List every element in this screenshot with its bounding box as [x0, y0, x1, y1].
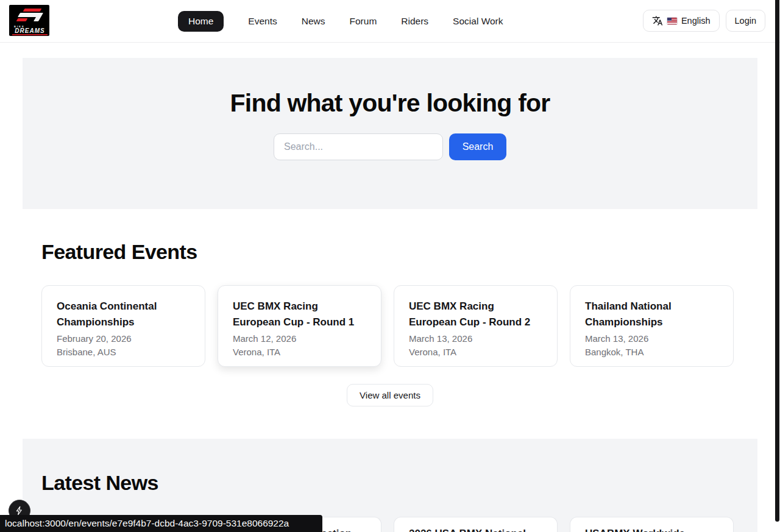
event-location: Verona, ITA: [233, 346, 366, 359]
site-logo[interactable]: BIKE DREAMS: [9, 5, 49, 36]
event-location: Brisbane, AUS: [57, 346, 190, 359]
featured-events-title: Featured Events: [41, 240, 197, 264]
view-all-events-button[interactable]: View all events: [347, 384, 433, 406]
nav-item-social-work[interactable]: Social Work: [453, 16, 503, 27]
event-card[interactable]: UEC BMX Racing European Cup - Round 1 Ma…: [218, 285, 381, 367]
event-location: Bangkok, THA: [585, 346, 718, 359]
event-date: March 12, 2026: [233, 332, 366, 346]
event-title: Oceania Continental Championships: [57, 299, 190, 330]
event-date: February 20, 2026: [57, 332, 190, 346]
nav-item-riders[interactable]: Riders: [401, 16, 428, 27]
translate-icon: [652, 15, 663, 26]
lightning-bolt-icon: [15, 506, 24, 516]
news-card-title: USABMX Worldwide Update: [585, 527, 718, 532]
scrollbar-thumb[interactable]: [775, 0, 779, 522]
event-card[interactable]: Oceania Continental Championships Februa…: [41, 285, 205, 367]
search-input[interactable]: [274, 133, 443, 160]
nav-item-news[interactable]: News: [302, 16, 325, 27]
main-nav: Home Events News Forum Riders Social Wor…: [178, 10, 503, 33]
featured-events-grid: Oceania Continental Championships Februa…: [41, 285, 734, 367]
event-title: Thailand National Championships: [585, 299, 718, 330]
news-card[interactable]: 2026 USA BMX National Series: [394, 517, 558, 532]
search-button[interactable]: Search: [449, 133, 506, 160]
logo-brand-text: DREAMS: [12, 27, 48, 35]
view-all-wrap: View all events: [0, 384, 780, 406]
nav-item-home[interactable]: Home: [178, 11, 224, 32]
event-date: March 13, 2026: [409, 332, 542, 346]
event-date: March 13, 2026: [585, 332, 718, 346]
language-label: English: [681, 16, 711, 26]
news-card[interactable]: USABMX Worldwide Update: [570, 517, 734, 532]
login-button[interactable]: Login: [726, 10, 765, 32]
event-card[interactable]: UEC BMX Racing European Cup - Round 2 Ma…: [394, 285, 558, 367]
logo-emblem-icon: [9, 5, 49, 24]
header: BIKE DREAMS Home Events News Forum Rider…: [0, 0, 780, 43]
header-actions: English Login: [643, 10, 765, 32]
link-preview-status-bar: localhost:3000/en/events/e7e9f4b7-dcbd-4…: [0, 515, 322, 532]
event-title: UEC BMX Racing European Cup - Round 2: [409, 299, 542, 330]
language-selector-button[interactable]: English: [643, 10, 720, 32]
event-title: UEC BMX Racing European Cup - Round 1: [233, 299, 366, 330]
event-card[interactable]: Thailand National Championships March 13…: [570, 285, 734, 367]
event-location: Verona, ITA: [409, 346, 542, 359]
news-card-title: 2026 USA BMX National Series: [409, 527, 542, 532]
latest-news-title: Latest News: [41, 471, 158, 495]
nav-item-events[interactable]: Events: [248, 16, 277, 27]
hero-section: Find what you're looking for Search: [23, 58, 757, 209]
nav-item-forum[interactable]: Forum: [350, 16, 377, 27]
us-flag-icon: [667, 18, 677, 24]
search-row: Search: [23, 133, 757, 160]
hero-title: Find what you're looking for: [23, 89, 757, 118]
